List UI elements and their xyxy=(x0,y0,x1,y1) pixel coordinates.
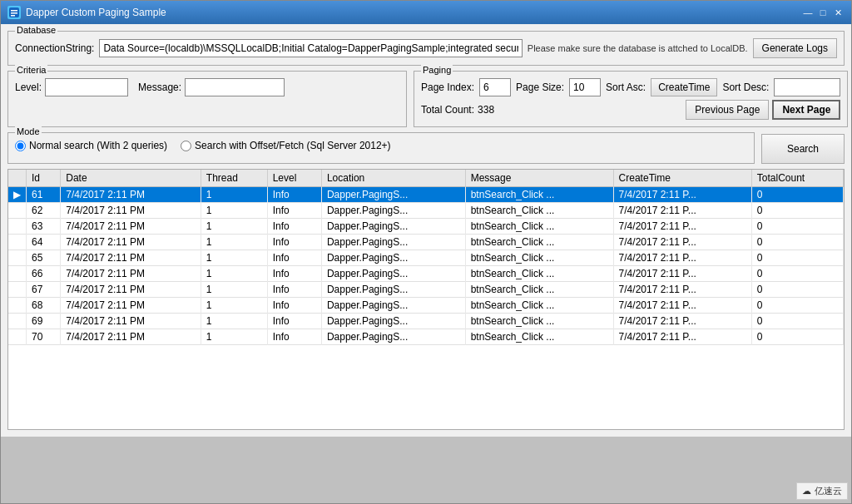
search-button[interactable]: Search xyxy=(761,134,845,164)
cell-createtime: 7/4/2017 2:11 P... xyxy=(613,298,751,314)
message-input[interactable] xyxy=(185,78,285,96)
paging-count-row: Total Count: 338 Previous Page Next Page xyxy=(421,100,840,120)
data-table: Id Date Thread Level Location Message Cr… xyxy=(8,170,844,345)
radio-offset-label: Search with Offset/Fetch (Sql Server 201… xyxy=(195,140,391,151)
table-row[interactable]: 697/4/2017 2:11 PM1InfoDapper.PagingS...… xyxy=(8,314,844,329)
cell-location: Dapper.PagingS... xyxy=(321,235,465,250)
conn-string-input[interactable] xyxy=(99,39,522,57)
cell-totalcount: 0 xyxy=(751,298,843,314)
row-indicator xyxy=(8,329,27,345)
svg-rect-1 xyxy=(11,10,17,12)
cell-id: 67 xyxy=(27,282,61,298)
message-label: Message: xyxy=(138,82,181,93)
cell-message: btnSearch_Click ... xyxy=(465,250,613,266)
cell-date: 7/4/2017 2:11 PM xyxy=(61,282,201,298)
row-indicator xyxy=(8,266,27,282)
table-header: Id Date Thread Level Location Message Cr… xyxy=(8,170,844,187)
database-group-title: Database xyxy=(15,25,57,35)
level-label: Level: xyxy=(15,82,42,93)
cell-date: 7/4/2017 2:11 PM xyxy=(61,203,201,219)
table-row[interactable]: 667/4/2017 2:11 PM1InfoDapper.PagingS...… xyxy=(8,266,844,282)
cell-location: Dapper.PagingS... xyxy=(321,203,465,219)
cell-date: 7/4/2017 2:11 PM xyxy=(61,219,201,235)
table-row[interactable]: ▶617/4/2017 2:11 PM1InfoDapper.PagingS..… xyxy=(8,187,844,203)
page-size-input[interactable] xyxy=(569,78,601,96)
cell-totalcount: 0 xyxy=(751,187,843,203)
row-indicator: ▶ xyxy=(8,187,27,203)
prev-page-button[interactable]: Previous Page xyxy=(686,100,769,120)
cell-totalcount: 0 xyxy=(751,203,843,219)
page-size-label: Page Size: xyxy=(516,82,564,93)
sort-asc-button[interactable]: CreateTime xyxy=(651,78,717,96)
cell-location: Dapper.PagingS... xyxy=(321,329,465,345)
table-row[interactable]: 637/4/2017 2:11 PM1InfoDapper.PagingS...… xyxy=(8,219,844,235)
cell-level: Info xyxy=(267,203,321,219)
cell-message: btnSearch_Click ... xyxy=(465,187,613,203)
cell-createtime: 7/4/2017 2:11 P... xyxy=(613,329,751,345)
db-hint: Please make sure the database is attched… xyxy=(528,43,748,53)
cell-id: 65 xyxy=(27,250,61,266)
cell-message: btnSearch_Click ... xyxy=(465,329,613,345)
cell-id: 70 xyxy=(27,329,61,345)
cell-message: btnSearch_Click ... xyxy=(465,235,613,250)
table-row[interactable]: 627/4/2017 2:11 PM1InfoDapper.PagingS...… xyxy=(8,203,844,219)
radio-option-1: Normal search (With 2 queries) xyxy=(15,140,167,151)
paging-row1: Page Index: Page Size: Sort Asc: CreateT… xyxy=(421,78,840,96)
col-id: Id xyxy=(27,170,61,187)
radio-option-2: Search with Offset/Fetch (Sql Server 201… xyxy=(181,140,391,151)
cell-date: 7/4/2017 2:11 PM xyxy=(61,329,201,345)
col-thread: Thread xyxy=(201,170,267,187)
sort-desc-input[interactable] xyxy=(774,78,840,96)
cell-level: Info xyxy=(267,250,321,266)
radio-normal-label: Normal search (With 2 queries) xyxy=(29,140,167,151)
cell-totalcount: 0 xyxy=(751,282,843,298)
cell-totalcount: 0 xyxy=(751,329,843,345)
cell-totalcount: 0 xyxy=(751,266,843,282)
radio-normal[interactable] xyxy=(15,141,26,151)
svg-rect-3 xyxy=(11,15,15,17)
cell-message: btnSearch_Click ... xyxy=(465,219,613,235)
radio-offset[interactable] xyxy=(181,141,191,151)
generate-logs-button[interactable]: Generate Logs xyxy=(753,38,837,58)
cell-level: Info xyxy=(267,235,321,250)
cell-location: Dapper.PagingS... xyxy=(321,219,465,235)
close-button[interactable]: ✕ xyxy=(831,6,845,19)
bottom-area: ☁ 亿速云 xyxy=(1,437,851,503)
search-btn-container: Search xyxy=(761,132,845,164)
cell-createtime: 7/4/2017 2:11 P... xyxy=(613,314,751,329)
table-row[interactable]: 657/4/2017 2:11 PM1InfoDapper.PagingS...… xyxy=(8,250,844,266)
sort-desc-label: Sort Desc: xyxy=(722,82,769,93)
cell-id: 63 xyxy=(27,219,61,235)
next-page-button[interactable]: Next Page xyxy=(772,100,840,120)
col-createtime: CreateTime xyxy=(613,170,751,187)
restore-button[interactable]: □ xyxy=(816,6,830,19)
title-bar-left: Dapper Custom Paging Sample xyxy=(7,6,166,19)
cell-thread: 1 xyxy=(201,298,267,314)
cell-level: Info xyxy=(267,314,321,329)
table-row[interactable]: 707/4/2017 2:11 PM1InfoDapper.PagingS...… xyxy=(8,329,844,345)
cell-level: Info xyxy=(267,282,321,298)
minimize-button[interactable]: — xyxy=(801,6,815,19)
level-input[interactable] xyxy=(45,78,128,96)
sort-asc-label: Sort Asc: xyxy=(606,82,646,93)
cell-location: Dapper.PagingS... xyxy=(321,187,465,203)
db-row: ConnectionString: Please make sure the d… xyxy=(15,38,837,58)
app-icon xyxy=(7,6,21,19)
cell-location: Dapper.PagingS... xyxy=(321,298,465,314)
content-area: Database ConnectionString: Please make s… xyxy=(1,24,851,437)
col-totalcount: TotalCount xyxy=(751,170,843,187)
cell-id: 68 xyxy=(27,298,61,314)
table-row[interactable]: 647/4/2017 2:11 PM1InfoDapper.PagingS...… xyxy=(8,235,844,250)
table-row[interactable]: 687/4/2017 2:11 PM1InfoDapper.PagingS...… xyxy=(8,298,844,314)
cell-location: Dapper.PagingS... xyxy=(321,314,465,329)
cell-createtime: 7/4/2017 2:11 P... xyxy=(613,203,751,219)
criteria-group: Criteria Level: Message: xyxy=(7,71,407,127)
cell-thread: 1 xyxy=(201,314,267,329)
criteria-inner: Level: Message: xyxy=(15,78,399,96)
cell-id: 69 xyxy=(27,314,61,329)
cell-date: 7/4/2017 2:11 PM xyxy=(61,298,201,314)
table-row[interactable]: 677/4/2017 2:11 PM1InfoDapper.PagingS...… xyxy=(8,282,844,298)
page-index-input[interactable] xyxy=(479,78,511,96)
total-count-value: 338 xyxy=(478,104,494,116)
conn-string-label: ConnectionString: xyxy=(15,42,94,54)
